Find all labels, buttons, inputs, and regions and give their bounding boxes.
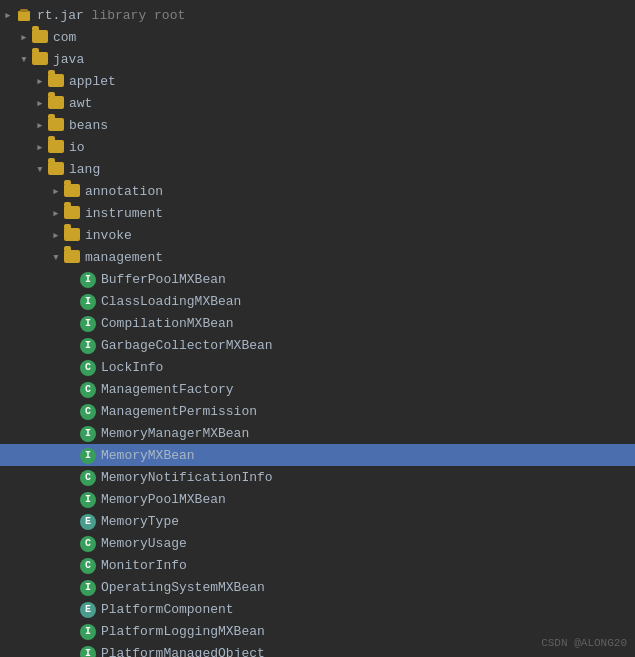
svg-rect-0 — [18, 11, 30, 21]
tree-item-label: CompilationMXBean — [101, 316, 627, 331]
tree-item-MemoryNotificationInfo[interactable]: MemoryNotificationInfo — [0, 466, 635, 488]
tree-item-instrument[interactable]: instrument — [0, 202, 635, 224]
tree-item-label: LockInfo — [101, 360, 627, 375]
tree-item-label: lang — [69, 162, 627, 177]
icon-folder — [48, 117, 66, 133]
tree-arrow[interactable] — [32, 117, 48, 133]
tree-item-rtjar[interactable]: rt.jar library root — [0, 4, 635, 26]
icon-folder — [64, 183, 82, 199]
icon-interface — [80, 315, 98, 331]
icon-folder — [64, 205, 82, 221]
tree-item-label: applet — [69, 74, 627, 89]
tree-item-invoke[interactable]: invoke — [0, 224, 635, 246]
tree-item-PlatformManagedObject[interactable]: PlatformManagedObject — [0, 642, 635, 657]
icon-interface — [80, 623, 98, 639]
tree-item-label: BufferPoolMXBean — [101, 272, 627, 287]
tree-item-label: instrument — [85, 206, 627, 221]
tree-arrow[interactable] — [48, 183, 64, 199]
tree-arrow[interactable] — [32, 95, 48, 111]
tree-item-label: rt.jar library root — [37, 8, 627, 23]
tree-item-label: MemoryMXBean — [101, 448, 627, 463]
tree-item-PlatformLoggingMXBean[interactable]: PlatformLoggingMXBean — [0, 620, 635, 642]
icon-interface — [80, 425, 98, 441]
tree-item-label: ManagementFactory — [101, 382, 627, 397]
icon-interface — [80, 337, 98, 353]
icon-class — [80, 381, 98, 397]
icon-folder — [32, 29, 50, 45]
tree-item-label: PlatformComponent — [101, 602, 627, 617]
icon-jar — [16, 7, 34, 23]
tree-item-ManagementPermission[interactable]: ManagementPermission — [0, 400, 635, 422]
tree-item-label: MemoryNotificationInfo — [101, 470, 627, 485]
tree-item-LockInfo[interactable]: LockInfo — [0, 356, 635, 378]
tree-item-MemoryManagerMXBean[interactable]: MemoryManagerMXBean — [0, 422, 635, 444]
icon-class — [80, 557, 98, 573]
tree-item-label: OperatingSystemMXBean — [101, 580, 627, 595]
tree-item-OperatingSystemMXBean[interactable]: OperatingSystemMXBean — [0, 576, 635, 598]
icon-folder — [32, 51, 50, 67]
tree-item-io[interactable]: io — [0, 136, 635, 158]
icon-interface — [80, 447, 98, 463]
tree-arrow[interactable] — [16, 51, 32, 67]
icon-interface — [80, 491, 98, 507]
tree-item-label: management — [85, 250, 627, 265]
tree-item-com[interactable]: com — [0, 26, 635, 48]
icon-class — [80, 469, 98, 485]
tree-item-CompilationMXBean[interactable]: CompilationMXBean — [0, 312, 635, 334]
tree-item-label: beans — [69, 118, 627, 133]
icon-folder — [48, 95, 66, 111]
icon-folder — [64, 227, 82, 243]
tree-item-applet[interactable]: applet — [0, 70, 635, 92]
icon-interface — [80, 293, 98, 309]
tree-arrow[interactable] — [0, 7, 16, 23]
tree-item-label: ManagementPermission — [101, 404, 627, 419]
tree-item-lang[interactable]: lang — [0, 158, 635, 180]
tree-item-annotation[interactable]: annotation — [0, 180, 635, 202]
icon-interface — [80, 579, 98, 595]
tree-item-label: ClassLoadingMXBean — [101, 294, 627, 309]
tree-item-ClassLoadingMXBean[interactable]: ClassLoadingMXBean — [0, 290, 635, 312]
tree-item-label: MemoryManagerMXBean — [101, 426, 627, 441]
tree-item-label: MemoryUsage — [101, 536, 627, 551]
icon-class — [80, 535, 98, 551]
tree-item-awt[interactable]: awt — [0, 92, 635, 114]
tree-item-beans[interactable]: beans — [0, 114, 635, 136]
tree-item-label: MemoryPoolMXBean — [101, 492, 627, 507]
tree-item-label: io — [69, 140, 627, 155]
tree-arrow[interactable] — [32, 73, 48, 89]
icon-folder — [48, 161, 66, 177]
tree-item-GarbageCollectorMXBean[interactable]: GarbageCollectorMXBean — [0, 334, 635, 356]
tree-item-label: MonitorInfo — [101, 558, 627, 573]
tree-item-MemoryPoolMXBean[interactable]: MemoryPoolMXBean — [0, 488, 635, 510]
tree-arrow[interactable] — [16, 29, 32, 45]
tree-arrow[interactable] — [48, 249, 64, 265]
tree-arrow[interactable] — [32, 161, 48, 177]
tree-item-ManagementFactory[interactable]: ManagementFactory — [0, 378, 635, 400]
tree-item-BufferPoolMXBean[interactable]: BufferPoolMXBean — [0, 268, 635, 290]
tree-item-label: com — [53, 30, 627, 45]
tree-arrow[interactable] — [48, 205, 64, 221]
icon-interface — [80, 645, 98, 657]
tree-item-java[interactable]: java — [0, 48, 635, 70]
tree-item-label: java — [53, 52, 627, 67]
icon-folder — [48, 73, 66, 89]
tree-item-label: GarbageCollectorMXBean — [101, 338, 627, 353]
tree-item-PlatformComponent[interactable]: PlatformComponent — [0, 598, 635, 620]
icon-enum — [80, 513, 98, 529]
tree-item-MemoryUsage[interactable]: MemoryUsage — [0, 532, 635, 554]
icon-folder — [64, 249, 82, 265]
tree-item-label: invoke — [85, 228, 627, 243]
icon-class — [80, 359, 98, 375]
tree-item-label: annotation — [85, 184, 627, 199]
file-tree[interactable]: rt.jar library rootcomjavaappletawtbeans… — [0, 0, 635, 657]
tree-item-management[interactable]: management — [0, 246, 635, 268]
tree-item-MonitorInfo[interactable]: MonitorInfo — [0, 554, 635, 576]
tree-item-MemoryMXBean[interactable]: MemoryMXBean — [0, 444, 635, 466]
icon-class — [80, 403, 98, 419]
tree-arrow[interactable] — [32, 139, 48, 155]
tree-item-label: MemoryType — [101, 514, 627, 529]
icon-enum — [80, 601, 98, 617]
tree-item-MemoryType[interactable]: MemoryType — [0, 510, 635, 532]
watermark-label: CSDN @ALONG20 — [541, 637, 627, 649]
tree-arrow[interactable] — [48, 227, 64, 243]
